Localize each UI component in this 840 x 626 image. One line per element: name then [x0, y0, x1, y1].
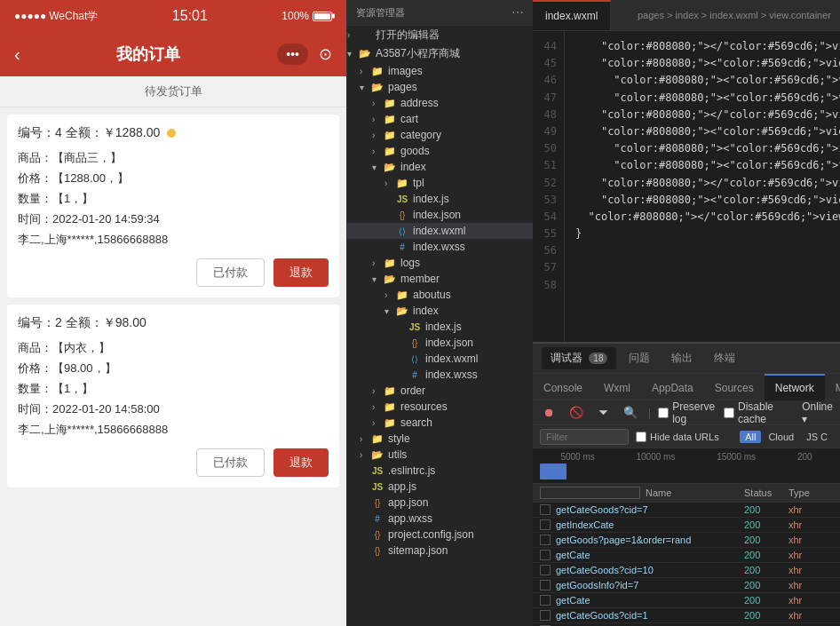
- filter-input[interactable]: [540, 429, 629, 445]
- tree-item-index.js[interactable]: JSindex.js: [347, 191, 533, 207]
- tree-item-app.js[interactable]: JSapp.js: [347, 479, 533, 495]
- clear-button[interactable]: 🚫: [566, 404, 587, 421]
- network-row[interactable]: getCate 200 xhr: [533, 548, 840, 563]
- tab-memory[interactable]: Memory: [825, 374, 840, 400]
- tree-item-app.wxss[interactable]: #app.wxss: [347, 511, 533, 527]
- tree-item-root[interactable]: ▾📂A3587小程序商城: [347, 44, 533, 63]
- paid-button-1[interactable]: 已付款: [196, 258, 265, 287]
- back-button[interactable]: ‹: [14, 44, 20, 65]
- refund-button-1[interactable]: 退款: [273, 258, 329, 287]
- tree-item-eslintrejs[interactable]: JS.eslintrc.js: [347, 463, 533, 479]
- network-row[interactable]: getCateGoods?cid=10 200 xhr: [533, 563, 840, 578]
- file-icon-app.wxss: #: [370, 513, 384, 524]
- devtools-inner-tabs: ConsoleWxmlAppDataSourcesNetworkMemory: [533, 374, 840, 400]
- net-row-checkbox[interactable]: [540, 550, 551, 560]
- tree-item-index.wxss[interactable]: #index.wxss: [347, 239, 533, 255]
- network-row[interactable]: getIndexCate 200 xhr: [533, 518, 840, 533]
- code-line: "color:#808080;"><"color:#569cd6;">view …: [575, 72, 829, 89]
- tree-item-utils[interactable]: ›📂utils: [347, 447, 533, 463]
- tree-item-app.json[interactable]: {}app.json: [347, 495, 533, 511]
- search-button[interactable]: 🔍: [620, 404, 641, 421]
- file-icon-tpl: 📁: [395, 178, 409, 189]
- hide-data-urls-label[interactable]: Hide data URLs: [636, 432, 719, 442]
- tree-item-search[interactable]: ›📁search: [347, 415, 533, 431]
- hide-data-urls-checkbox[interactable]: [636, 432, 646, 442]
- line-number: 45: [540, 55, 557, 72]
- net-row-checkbox[interactable]: [540, 535, 551, 545]
- tree-item-images[interactable]: ›📁images: [347, 63, 533, 79]
- tree-item-member[interactable]: ▾📂member: [347, 271, 533, 287]
- tree-item-member-index[interactable]: ▾📂index: [347, 303, 533, 319]
- tab-debugger[interactable]: 调试器 18: [542, 347, 616, 369]
- disable-cache-checkbox[interactable]: [724, 408, 734, 418]
- breadcrumb: pages > index > index.wxml > view.contai…: [638, 10, 831, 20]
- editor-tab-wxml[interactable]: index.wxml: [533, 0, 611, 31]
- tab-network[interactable]: Network: [765, 374, 825, 400]
- tree-item-logs[interactable]: ›📁logs: [347, 255, 533, 271]
- refund-button-2[interactable]: 退款: [273, 448, 329, 477]
- filetree-header: 资源管理器 ⋯: [347, 0, 533, 26]
- tree-item-member-index.json[interactable]: {}index.json: [347, 335, 533, 351]
- tab-console[interactable]: Console: [533, 374, 593, 400]
- tree-item-category[interactable]: ›📁category: [347, 127, 533, 143]
- menu-button[interactable]: •••: [277, 44, 308, 65]
- tab-appdata[interactable]: AppData: [641, 374, 704, 400]
- filter-cloud[interactable]: Cloud: [763, 431, 799, 443]
- filetree-menu-icon[interactable]: ⋯: [511, 5, 524, 20]
- network-row[interactable]: getCate 200 xhr: [533, 593, 840, 608]
- net-row-checkbox[interactable]: [540, 595, 551, 606]
- tree-item-pages[interactable]: ▾📂pages: [347, 79, 533, 95]
- filter-js[interactable]: JS C: [801, 431, 833, 443]
- network-row[interactable]: getCateGoods?cid=7 200 xhr: [533, 503, 840, 518]
- code-content[interactable]: "color:#808080;"></"color:#569cd6;">view…: [565, 31, 840, 342]
- network-row[interactable]: getCateGoods?cid=1 200 xhr: [533, 608, 840, 623]
- tab-sources[interactable]: Sources: [704, 374, 765, 400]
- preserve-log-label[interactable]: Preserve log: [658, 400, 717, 425]
- paid-button-2[interactable]: 已付款: [196, 448, 265, 477]
- net-row-type: xhr: [788, 550, 833, 560]
- tree-item-aboutus[interactable]: ›📁aboutus: [347, 287, 533, 303]
- tree-item-address[interactable]: ›📁address: [347, 95, 533, 111]
- tree-item-sitemap.json[interactable]: {}sitemap.json: [347, 543, 533, 559]
- tree-item-member-index.wxss[interactable]: #index.wxss: [347, 367, 533, 383]
- record-button[interactable]: ⏺: [540, 404, 559, 421]
- tree-item-index[interactable]: ▾📂index: [347, 159, 533, 175]
- filter-all[interactable]: All: [740, 431, 761, 443]
- line-number: 51: [540, 157, 557, 174]
- net-row-name: getGoodsInfo?id=7: [556, 580, 744, 590]
- tree-item-style[interactable]: ›📁style: [347, 431, 533, 447]
- tree-item-cart[interactable]: ›📁cart: [347, 111, 533, 127]
- tab-wxml[interactable]: Wxml: [593, 374, 641, 400]
- disable-cache-label[interactable]: Disable cache: [724, 400, 788, 425]
- tree-item-index.json[interactable]: {}index.json: [347, 207, 533, 223]
- preserve-log-checkbox[interactable]: [658, 408, 669, 418]
- tab-output[interactable]: 输出: [662, 347, 701, 369]
- code-line: "color:#808080;"></"color:#569cd6;">view…: [575, 175, 829, 192]
- tree-item-index.wxml[interactable]: ⟨⟩index.wxml: [347, 223, 533, 239]
- tree-item-project.config.json[interactable]: {}project.config.json: [347, 527, 533, 543]
- network-row[interactable]: getGoodsInfo?id=7 200 xhr: [533, 578, 840, 593]
- tree-item-editor-expand[interactable]: ›打开的编辑器: [347, 26, 533, 44]
- network-row[interactable]: getGoods?page=1&order=rand 200 xhr: [533, 533, 840, 548]
- tree-item-resources[interactable]: ›📁resources: [347, 399, 533, 415]
- scan-button[interactable]: ⊙: [319, 44, 332, 64]
- tree-item-member-index.js[interactable]: JSindex.js: [347, 319, 533, 335]
- filter-button[interactable]: ⏷: [594, 404, 613, 421]
- tree-item-member-index.wxml[interactable]: ⟨⟩index.wxml: [347, 351, 533, 367]
- network-table[interactable]: Name Status Type getCateGoods?cid=7 200 …: [533, 484, 840, 626]
- net-row-checkbox[interactable]: [540, 504, 551, 515]
- file-icon-order: 📁: [383, 385, 397, 397]
- tree-item-goods[interactable]: ›📁goods: [347, 143, 533, 159]
- order-actions-1: 已付款 退款: [18, 258, 329, 287]
- tree-item-tpl[interactable]: ›📁tpl: [347, 175, 533, 191]
- tab-terminal[interactable]: 终端: [705, 347, 744, 369]
- net-row-checkbox[interactable]: [540, 610, 551, 621]
- net-row-checkbox[interactable]: [540, 580, 551, 590]
- online-dropdown[interactable]: Online ▾: [802, 400, 833, 425]
- order-section-title: 待发货订单: [0, 76, 346, 107]
- net-row-checkbox[interactable]: [540, 565, 551, 575]
- file-icon-app.json: {}: [370, 497, 384, 508]
- tab-problems[interactable]: 问题: [620, 347, 659, 369]
- net-row-checkbox[interactable]: [540, 519, 551, 530]
- tree-item-order[interactable]: ›📁order: [347, 383, 533, 399]
